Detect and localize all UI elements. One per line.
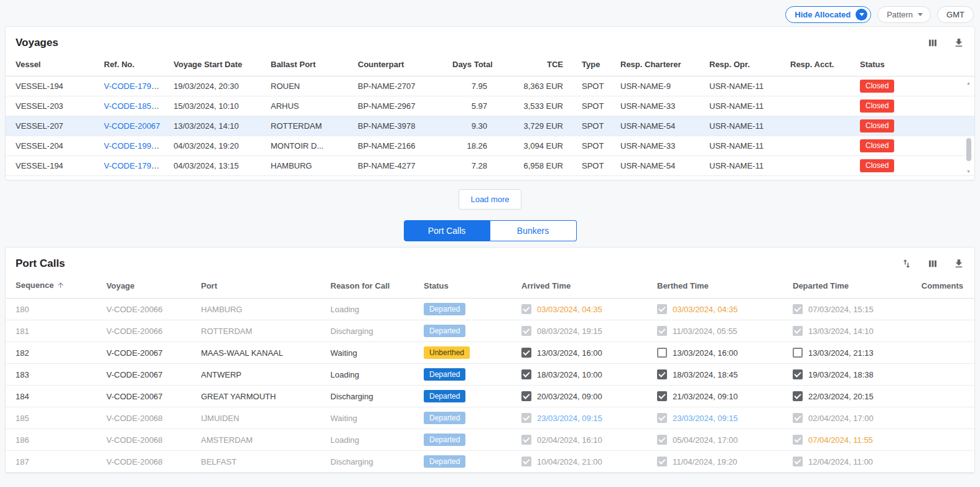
voyage-row[interactable]: VESSEL-204V-CODE-19904804/03/2024, 19:20… bbox=[6, 136, 974, 156]
voyage-ref-link[interactable]: V-CODE-199048 bbox=[104, 141, 165, 151]
voyages-column-header[interactable]: TCE bbox=[492, 54, 568, 77]
voyage-ref-link[interactable]: V-CODE-20067 bbox=[104, 121, 160, 131]
status-badge: Departed bbox=[424, 412, 465, 424]
voyages-column-header[interactable]: Resp. Charterer bbox=[615, 54, 704, 77]
columns-icon[interactable] bbox=[927, 37, 938, 49]
arrived-checkbox[interactable] bbox=[521, 326, 531, 336]
voyages-column-header[interactable]: Resp. Opr. bbox=[704, 54, 785, 77]
scroll-down-icon[interactable]: ▼ bbox=[966, 169, 971, 175]
cell-days-total: 5.97 bbox=[447, 96, 492, 116]
portcalls-column-header[interactable]: Arrived Time bbox=[516, 275, 652, 299]
cell-vessel: VESSEL-203 bbox=[6, 96, 99, 116]
berthed-checkbox[interactable] bbox=[657, 348, 667, 358]
voyages-column-header[interactable]: Counterpart bbox=[353, 54, 447, 77]
voyages-column-header[interactable]: Ref. No. bbox=[99, 54, 169, 77]
sort-icon[interactable] bbox=[901, 258, 912, 269]
voyages-column-header[interactable]: Ballast Port bbox=[266, 54, 353, 77]
voyages-column-header[interactable]: Voyage Start Date bbox=[169, 54, 266, 77]
cell-ballast-port: MONTOIR D... bbox=[266, 136, 353, 156]
voyage-row[interactable]: VESSEL-203V-CODE-18500915/03/2024, 10:10… bbox=[6, 96, 974, 116]
departed-checkbox[interactable] bbox=[793, 391, 803, 401]
voyages-column-header[interactable]: Days Total bbox=[447, 54, 492, 77]
portcalls-column-header[interactable]: Sequence bbox=[6, 275, 101, 299]
cell-resp-acct bbox=[785, 156, 855, 176]
cell-berthed-time: 21/03/2024, 09:10 bbox=[652, 386, 788, 407]
berthed-checkbox[interactable] bbox=[657, 369, 667, 379]
portcalls-column-header[interactable]: Port bbox=[196, 275, 325, 299]
portcalls-column-header[interactable]: Comments bbox=[903, 275, 974, 299]
portcalls-column-header[interactable]: Status bbox=[419, 275, 516, 299]
arrived-checkbox[interactable] bbox=[521, 435, 531, 445]
voyages-column-header[interactable]: Status bbox=[855, 54, 974, 77]
voyage-ref-link[interactable]: V-CODE-185009 bbox=[104, 101, 165, 111]
portcalls-column-header[interactable]: Voyage bbox=[101, 275, 196, 299]
download-icon[interactable] bbox=[953, 258, 964, 269]
cell-status: Closed bbox=[855, 156, 974, 176]
tab-port-calls[interactable]: Port Calls bbox=[404, 220, 490, 241]
cell-ref: V-CODE-179019 bbox=[99, 156, 169, 176]
cell-port: ANTWERP bbox=[196, 364, 325, 386]
arrived-checkbox[interactable] bbox=[521, 413, 531, 423]
voyage-row[interactable]: VESSEL-207V-CODE-2006713/03/2024, 14:10R… bbox=[6, 116, 974, 136]
berthed-checkbox[interactable] bbox=[657, 391, 667, 401]
portcalls-column-header[interactable]: Berthed Time bbox=[652, 275, 788, 299]
cell-reason: Loading bbox=[325, 299, 419, 320]
cell-comments bbox=[903, 407, 974, 429]
arrived-checkbox[interactable] bbox=[521, 457, 531, 466]
load-more-button[interactable]: Load more bbox=[459, 189, 521, 210]
arrived-checkbox[interactable] bbox=[521, 391, 531, 401]
port-call-row: 187V-CODE-20068BELFASTDischargingDeparte… bbox=[6, 451, 974, 473]
cell-days-total: 7.95 bbox=[447, 77, 492, 96]
berthed-checkbox[interactable] bbox=[657, 457, 667, 466]
departed-checkbox[interactable] bbox=[793, 435, 803, 445]
download-icon[interactable] bbox=[953, 37, 964, 49]
departed-checkbox[interactable] bbox=[793, 304, 803, 314]
departed-checkbox[interactable] bbox=[793, 413, 803, 423]
portcalls-column-header[interactable]: Reason for Call bbox=[325, 275, 419, 299]
tab-bunkers[interactable]: Bunkers bbox=[490, 220, 577, 241]
cell-berthed-time: 05/04/2024, 17:00 bbox=[652, 429, 788, 451]
port-call-row: 184V-CODE-20067GREAT YARMOUTHDischarging… bbox=[6, 386, 974, 407]
voyages-column-header[interactable]: Type bbox=[568, 54, 615, 77]
departed-checkbox[interactable] bbox=[793, 369, 803, 379]
departed-checkbox[interactable] bbox=[793, 457, 803, 466]
columns-icon[interactable] bbox=[927, 258, 938, 269]
scrollbar-track[interactable] bbox=[966, 86, 972, 169]
berthed-checkbox[interactable] bbox=[657, 326, 667, 336]
cell-resp-acct bbox=[785, 116, 855, 136]
cell-reason: Loading bbox=[325, 429, 419, 451]
scrollbar-thumb[interactable] bbox=[966, 138, 971, 161]
departed-checkbox[interactable] bbox=[793, 326, 803, 336]
hide-allocated-button[interactable]: Hide Allocated bbox=[785, 6, 871, 23]
voyages-column-header[interactable]: Vessel bbox=[6, 54, 99, 77]
departed-checkbox[interactable] bbox=[793, 348, 803, 358]
chevron-down-icon bbox=[918, 13, 927, 16]
departed-time-text: 12/04/2024, 11:00 bbox=[808, 457, 873, 466]
voyage-row[interactable]: VESSEL-194V-CODE-17902119/03/2024, 20:30… bbox=[6, 77, 974, 96]
cell-type: SPOT bbox=[568, 156, 615, 176]
vertical-scrollbar[interactable]: ▲ ▼ bbox=[964, 80, 973, 175]
pattern-dropdown[interactable]: Pattern bbox=[877, 6, 931, 23]
berthed-checkbox[interactable] bbox=[657, 435, 667, 445]
voyages-column-header[interactable]: Resp. Acct. bbox=[785, 54, 855, 77]
scroll-up-icon[interactable]: ▲ bbox=[966, 80, 971, 86]
cell-tce: 8,363 EUR bbox=[492, 77, 568, 96]
gmt-button[interactable]: GMT bbox=[937, 6, 974, 23]
cell-type: SPOT bbox=[568, 136, 615, 156]
arrived-checkbox[interactable] bbox=[521, 369, 531, 379]
arrived-checkbox[interactable] bbox=[521, 348, 531, 358]
arrived-time-text: 02/04/2024, 16:10 bbox=[537, 435, 602, 445]
voyage-row[interactable]: VESSEL-194V-CODE-17901904/03/2024, 13:15… bbox=[6, 156, 974, 176]
cell-voyage: V-CODE-20066 bbox=[101, 320, 196, 342]
port-call-row: 182V-CODE-20067MAAS-WAAL KANAALWaitingUn… bbox=[6, 342, 974, 364]
voyage-ref-link[interactable]: V-CODE-179019 bbox=[104, 161, 165, 170]
arrived-time-text: 03/03/2024, 04:35 bbox=[537, 305, 602, 314]
arrived-checkbox[interactable] bbox=[521, 304, 531, 314]
portcalls-column-header[interactable]: Departed Time bbox=[788, 275, 903, 299]
berthed-time-text: 21/03/2024, 09:10 bbox=[673, 392, 738, 401]
voyage-ref-link[interactable]: V-CODE-179021 bbox=[104, 81, 165, 91]
cell-berthed-time: 23/03/2024, 09:15 bbox=[652, 407, 788, 429]
cell-ref: V-CODE-20067 bbox=[99, 116, 169, 136]
berthed-checkbox[interactable] bbox=[657, 304, 667, 314]
berthed-checkbox[interactable] bbox=[657, 413, 667, 423]
